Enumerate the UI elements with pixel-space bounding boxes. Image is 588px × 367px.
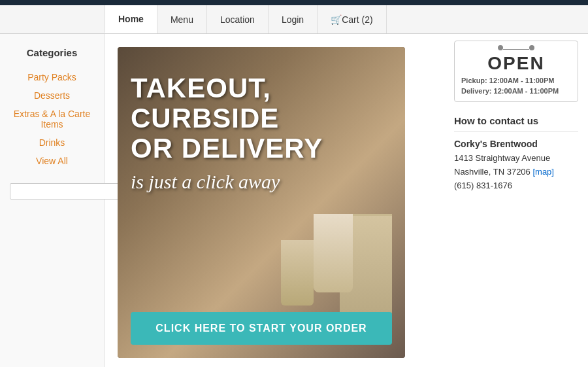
sidebar-item-drinks[interactable]: Drinks — [7, 133, 97, 152]
hanger-dot-left — [498, 45, 503, 50]
cup-medium — [314, 214, 353, 292]
sign-hanger — [461, 48, 571, 50]
open-sign: OPEN Pickup: 12:00AM - 11:00PM Delivery:… — [454, 41, 578, 102]
hero-line1: TAKEOUT, — [131, 73, 323, 103]
contact-phone: (615) 831-1676 — [454, 181, 512, 190]
contact-map-link[interactable]: [map] — [532, 167, 554, 177]
main-wrapper: Categories Party Packs Desserts Extras &… — [0, 34, 588, 367]
delivery-label: Delivery: — [461, 87, 491, 95]
hero-line4: is just a click away — [131, 171, 323, 193]
sidebar-item-extras[interactable]: Extras & A la Carte Items — [7, 105, 97, 133]
pickup-label: Pickup: — [461, 77, 487, 84]
categories-title: Categories — [7, 47, 97, 58]
contact-address-line1: 1413 Straightway Avenue — [454, 153, 550, 163]
contact-section: How to contact us Corky's Brentwood 1413… — [454, 115, 578, 192]
contact-address-line2: Nashville, TN 37206 — [454, 167, 531, 177]
hero-line2: CURBSIDE — [131, 103, 323, 133]
hero-cta-button[interactable]: CLICK HERE TO START YOUR ORDER — [131, 312, 392, 345]
nav-home[interactable]: Home — [105, 5, 157, 33]
nav-login[interactable]: Login — [268, 5, 318, 33]
delivery-hours: Delivery: 12:00AM - 11:00PM — [461, 87, 571, 95]
sidebar-item-view-all[interactable]: View All — [7, 152, 97, 170]
hero-text-block: TAKEOUT, CURBSIDE OR DELIVERY is just a … — [131, 73, 323, 193]
contact-address: 1413 Straightway Avenue Nashville, TN 37… — [454, 152, 578, 192]
nav-menu[interactable]: Menu — [157, 5, 207, 33]
contact-title: How to contact us — [454, 115, 578, 132]
delivery-hours-value: 12:00AM - 11:00PM — [494, 87, 559, 95]
nav-location[interactable]: Location — [206, 5, 269, 33]
hanger-bar — [503, 49, 529, 50]
main-content: TAKEOUT, CURBSIDE OR DELIVERY is just a … — [105, 34, 444, 367]
nav-cart[interactable]: 🛒 Cart (2) — [317, 5, 386, 33]
top-bar — [0, 0, 588, 5]
open-text: OPEN — [461, 53, 571, 74]
pickup-hours: Pickup: 12:00AM - 11:00PM — [461, 77, 571, 84]
search-area: 🔍 — [7, 183, 97, 200]
sidebar-item-party-packs[interactable]: Party Packs — [7, 68, 97, 86]
hero-image: TAKEOUT, CURBSIDE OR DELIVERY is just a … — [118, 47, 405, 358]
right-panel: OPEN Pickup: 12:00AM - 11:00PM Delivery:… — [444, 34, 588, 367]
hanger-dot-right — [529, 45, 534, 50]
sidebar: Categories Party Packs Desserts Extras &… — [0, 34, 105, 367]
hero-line3: OR DELIVERY — [131, 133, 323, 164]
sidebar-item-desserts[interactable]: Desserts — [7, 86, 97, 105]
cart-icon: 🛒 — [331, 14, 342, 25]
contact-name: Corky's Brentwood — [454, 139, 578, 149]
cup-small — [281, 240, 314, 306]
pickup-hours-value: 12:00AM - 11:00PM — [489, 77, 555, 84]
cart-label: Cart (2) — [342, 14, 372, 25]
navigation: Home Menu Location Login 🛒 Cart (2) — [0, 5, 588, 34]
